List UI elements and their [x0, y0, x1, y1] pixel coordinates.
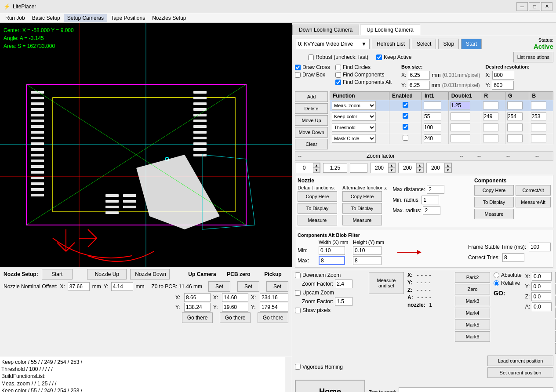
pcb-set-button[interactable]: Set — [237, 281, 259, 292]
func-b-1[interactable] — [531, 113, 546, 120]
add-function-button[interactable]: Add — [295, 91, 328, 102]
start-button[interactable]: Start — [461, 39, 482, 49]
func-enabled-2[interactable] — [403, 124, 408, 130]
upcam-zoom-label[interactable]: Upcam Zoom — [295, 290, 365, 296]
func-g-3[interactable] — [507, 134, 523, 142]
zoom-blank[interactable] — [350, 163, 367, 173]
nozzle-y-input[interactable] — [111, 282, 133, 291]
find-components-alt-label[interactable]: Find Components Alt — [335, 79, 392, 85]
func-double1-2[interactable] — [451, 123, 470, 131]
func-r-2[interactable] — [483, 123, 498, 131]
func-double1-1[interactable] — [451, 113, 470, 120]
downcam-zoom-factor[interactable] — [335, 279, 352, 288]
delete-function-button[interactable]: Delete — [295, 103, 328, 114]
func-g-1[interactable] — [507, 113, 523, 120]
menu-setup-cameras[interactable]: Setup Cameras — [64, 14, 107, 22]
mark4-button[interactable]: Mark4 — [455, 308, 490, 318]
func-int1-1[interactable] — [424, 113, 441, 120]
zoom-200a-down[interactable]: ▼ — [388, 168, 395, 173]
comp-measure-alt-button[interactable]: MeasureAlt — [516, 197, 551, 207]
upcam-zoom-factor[interactable] — [335, 297, 352, 306]
up-cam-go-there-button[interactable]: Go there — [182, 312, 213, 323]
zoom-200b-up[interactable]: ▲ — [416, 163, 423, 168]
pickup-set-button[interactable]: Set — [266, 281, 288, 292]
blob-max-width[interactable] — [319, 256, 345, 265]
go-y-input[interactable] — [531, 282, 551, 291]
func-dropdown-1[interactable]: Keep color — [332, 112, 376, 121]
keep-active-checkbox-label[interactable]: Keep Active — [376, 54, 411, 60]
func-int1-3[interactable] — [424, 134, 441, 142]
find-circles-label[interactable]: Find Circles — [335, 64, 392, 70]
move-up-function-button[interactable]: Move Up — [295, 115, 328, 126]
zoom-val200a[interactable] — [371, 163, 388, 173]
maximize-button[interactable]: □ — [529, 2, 540, 11]
relative-radio[interactable] — [494, 280, 499, 286]
zoom-200c-up[interactable]: ▲ — [444, 163, 451, 168]
mark6-button[interactable]: Mark6 — [455, 331, 490, 342]
list-resolutions-button[interactable]: List resolutions — [513, 52, 553, 62]
pickup-y[interactable] — [260, 303, 288, 312]
keep-active-checkbox[interactable] — [376, 54, 382, 60]
select-button[interactable]: Select — [412, 39, 436, 49]
func-r-0[interactable] — [483, 102, 498, 109]
zoom-200a-up[interactable]: ▲ — [388, 163, 395, 168]
robust-checkbox-label[interactable]: Robust (uncheck: fast) — [308, 54, 368, 60]
go-a-input[interactable] — [532, 302, 552, 311]
pickup-x[interactable] — [260, 293, 288, 302]
find-components-label[interactable]: Find Components — [335, 72, 392, 78]
func-double1-0[interactable] — [451, 102, 470, 109]
func-b-3[interactable] — [531, 134, 546, 142]
table-row[interactable]: Meas. zoom — [330, 100, 553, 111]
home-button[interactable]: Home — [295, 380, 365, 392]
func-r-1[interactable] — [483, 113, 498, 120]
pcb-x[interactable] — [222, 293, 248, 302]
func-b-0[interactable] — [531, 102, 546, 109]
tab-down-looking[interactable]: Down Looking Camera — [292, 25, 359, 35]
draw-box-label[interactable]: Draw Box — [295, 72, 330, 78]
nozzle-start-button[interactable]: Start — [42, 269, 73, 279]
find-components-checkbox[interactable] — [335, 72, 341, 78]
find-circles-checkbox[interactable] — [335, 65, 341, 70]
nozzle-x-input[interactable] — [68, 282, 90, 291]
up-cam-x[interactable] — [184, 293, 211, 302]
mark3-button[interactable]: Mark3 — [455, 296, 490, 306]
desired-res-x[interactable] — [492, 71, 514, 80]
draw-box-checkbox[interactable] — [295, 72, 301, 78]
func-enabled-3[interactable] — [403, 135, 408, 141]
refresh-list-button[interactable]: Refresh List — [372, 39, 410, 49]
comp-correct-alt-button[interactable]: CorrectAlt — [516, 185, 551, 196]
func-dropdown-2[interactable]: Threshold — [332, 123, 376, 132]
up-cam-y[interactable] — [184, 303, 211, 312]
max-distance-input[interactable] — [427, 185, 444, 194]
zero-button[interactable]: Zero — [455, 284, 490, 294]
func-r-3[interactable] — [483, 134, 498, 142]
frame-stable-input[interactable] — [529, 243, 551, 251]
zoom-val0[interactable] — [295, 163, 313, 173]
park2-button[interactable]: Park2 — [455, 272, 490, 283]
tab-up-looking[interactable]: Up Looking Camera — [360, 25, 420, 35]
zoom-200c-down[interactable]: ▼ — [444, 168, 451, 173]
menu-run-job[interactable]: Run Job — [2, 14, 29, 22]
upcam-zoom-checkbox[interactable] — [295, 290, 301, 296]
show-pixels-label[interactable]: Show pixels — [295, 307, 365, 313]
draw-cross-checkbox[interactable] — [295, 65, 301, 70]
box-x-input[interactable] — [408, 71, 430, 80]
pcb-y[interactable] — [222, 303, 248, 312]
func-enabled-1[interactable] — [403, 113, 408, 119]
func-int1-2[interactable] — [424, 123, 441, 131]
show-pixels-checkbox[interactable] — [295, 308, 301, 313]
table-row[interactable]: Threshold — [330, 122, 553, 133]
nozzle-measure-alt-button[interactable]: Measure — [342, 215, 382, 225]
func-dropdown-0[interactable]: Meas. zoom — [332, 101, 376, 110]
move-down-function-button[interactable]: Move Down — [295, 127, 328, 138]
stop-button[interactable]: Stop — [438, 39, 459, 49]
comp-measure-button[interactable]: Measure — [474, 209, 514, 219]
comp-to-display-button[interactable]: To Display — [474, 197, 514, 207]
downcam-zoom-label[interactable]: Downcam Zoom — [295, 272, 365, 278]
minimize-button[interactable]: ─ — [516, 2, 528, 11]
nozzle-to-display-button[interactable]: To Display — [298, 203, 337, 214]
go-z-input[interactable] — [531, 292, 551, 301]
clear-function-button[interactable]: Clear — [295, 139, 328, 149]
zoom-val200b[interactable] — [399, 163, 416, 173]
robust-checkbox[interactable] — [308, 54, 314, 60]
